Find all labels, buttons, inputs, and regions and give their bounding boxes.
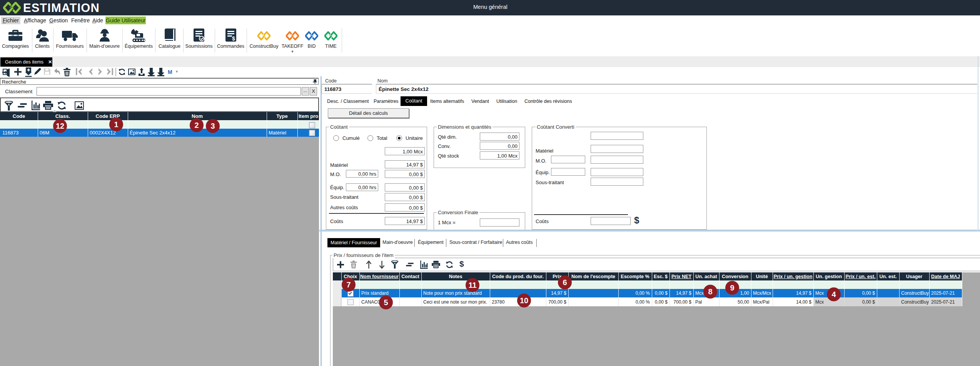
svg-text:$: $ (232, 35, 235, 42)
svg-text:x: x (8, 102, 10, 106)
